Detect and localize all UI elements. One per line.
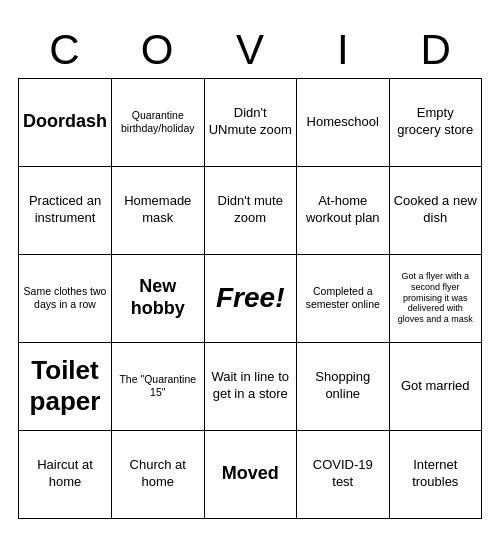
bingo-cell: Homemade mask bbox=[112, 167, 204, 255]
bingo-cell: Moved bbox=[205, 431, 298, 519]
bingo-cell: Wait in line to get in a store bbox=[205, 343, 298, 431]
cell-text: Homeschool bbox=[307, 114, 379, 131]
header-letter: C bbox=[20, 26, 108, 74]
bingo-grid: DoordashQuarantine birthday/holidayDidn'… bbox=[18, 78, 482, 519]
cell-text: Got a flyer with a second flyer promisin… bbox=[394, 271, 478, 325]
header-letter: I bbox=[299, 26, 387, 74]
bingo-cell: Quarantine birthday/holiday bbox=[112, 79, 204, 167]
cell-text: The "Quarantine 15" bbox=[116, 373, 199, 399]
bingo-cell: Shopping online bbox=[297, 343, 390, 431]
header-letter: O bbox=[113, 26, 201, 74]
bingo-cell: The "Quarantine 15" bbox=[112, 343, 204, 431]
cell-text: COVID-19 test bbox=[301, 457, 385, 491]
bingo-cell: Doordash bbox=[19, 79, 112, 167]
cell-text: Cooked a new dish bbox=[394, 193, 478, 227]
bingo-cell: COVID-19 test bbox=[297, 431, 390, 519]
bingo-cell: Didn't UNmute zoom bbox=[205, 79, 298, 167]
cell-text: Free! bbox=[216, 280, 284, 316]
cell-text: New hobby bbox=[116, 276, 199, 319]
bingo-card: COVID DoordashQuarantine birthday/holida… bbox=[10, 18, 490, 527]
cell-text: Internet troubles bbox=[394, 457, 478, 491]
cell-text: Didn't UNmute zoom bbox=[209, 105, 293, 139]
bingo-cell: Cooked a new dish bbox=[390, 167, 483, 255]
bingo-cell: Free! bbox=[205, 255, 298, 343]
cell-text: Toilet paper bbox=[23, 355, 107, 417]
bingo-cell: Homeschool bbox=[297, 79, 390, 167]
bingo-cell: Didn't mute zoom bbox=[205, 167, 298, 255]
bingo-cell: Internet troubles bbox=[390, 431, 483, 519]
bingo-cell: Completed a semester online bbox=[297, 255, 390, 343]
cell-text: Same clothes two days in a row bbox=[23, 285, 107, 311]
cell-text: Didn't mute zoom bbox=[209, 193, 293, 227]
bingo-cell: Got a flyer with a second flyer promisin… bbox=[390, 255, 483, 343]
cell-text: Practiced an instrument bbox=[23, 193, 107, 227]
cell-text: Quarantine birthday/holiday bbox=[116, 109, 199, 135]
bingo-cell: Church at home bbox=[112, 431, 204, 519]
header-letter: D bbox=[392, 26, 480, 74]
cell-text: Doordash bbox=[23, 111, 107, 133]
cell-text: Shopping online bbox=[301, 369, 385, 403]
bingo-cell: Same clothes two days in a row bbox=[19, 255, 112, 343]
cell-text: Church at home bbox=[116, 457, 199, 491]
bingo-cell: New hobby bbox=[112, 255, 204, 343]
cell-text: Homemade mask bbox=[116, 193, 199, 227]
bingo-cell: Toilet paper bbox=[19, 343, 112, 431]
cell-text: At-home workout plan bbox=[301, 193, 385, 227]
bingo-cell: Got married bbox=[390, 343, 483, 431]
cell-text: Completed a semester online bbox=[301, 285, 385, 311]
cell-text: Moved bbox=[222, 463, 279, 485]
bingo-header: COVID bbox=[18, 26, 482, 74]
bingo-cell: Haircut at home bbox=[19, 431, 112, 519]
cell-text: Empty grocery store bbox=[394, 105, 478, 139]
bingo-cell: Empty grocery store bbox=[390, 79, 483, 167]
header-letter: V bbox=[206, 26, 294, 74]
bingo-cell: At-home workout plan bbox=[297, 167, 390, 255]
cell-text: Haircut at home bbox=[23, 457, 107, 491]
bingo-cell: Practiced an instrument bbox=[19, 167, 112, 255]
cell-text: Got married bbox=[401, 378, 470, 395]
cell-text: Wait in line to get in a store bbox=[209, 369, 293, 403]
